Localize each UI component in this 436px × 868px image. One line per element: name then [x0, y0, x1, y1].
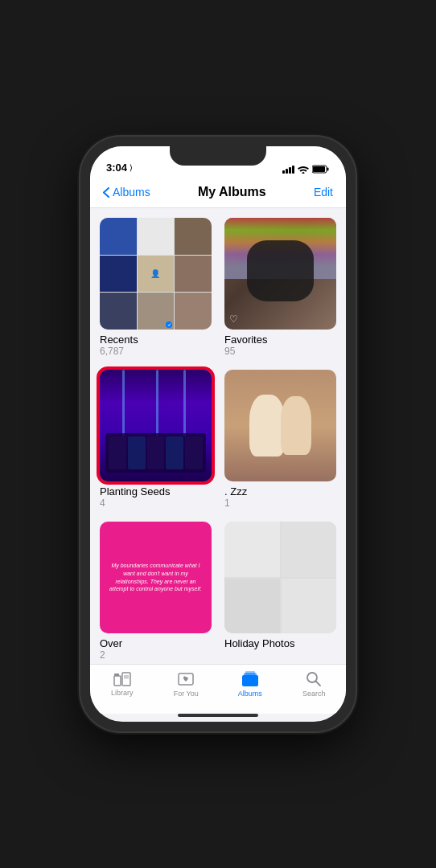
tab-library-label: Library — [111, 689, 134, 697]
svg-rect-2 — [313, 166, 325, 172]
status-icons — [282, 165, 330, 174]
tab-search-label: Search — [302, 690, 326, 698]
home-indicator — [178, 714, 258, 717]
status-time: 3:04 — [106, 162, 127, 174]
album-name-holiday-photos: Holiday Photos — [224, 637, 336, 649]
location-icon: ⟩ — [130, 163, 133, 172]
album-item-over[interactable]: My boundaries communicate what I want an… — [100, 522, 212, 661]
albums-icon — [241, 671, 259, 687]
back-label: Albums — [113, 186, 150, 199]
album-name-recents: Recents — [100, 334, 212, 346]
album-name-planting-seeds: Planting Seeds — [100, 485, 212, 497]
svg-rect-3 — [114, 676, 121, 686]
tab-albums-label: Albums — [238, 690, 262, 698]
phone-screen: 3:04 ⟩ — [90, 146, 346, 722]
album-item-planting-seeds[interactable]: Planting Seeds 4 — [100, 370, 212, 509]
album-item-recents[interactable]: 👤 Recents 6,787 — [100, 218, 212, 357]
for-you-icon — [178, 671, 194, 687]
wifi-icon — [298, 165, 309, 174]
back-chevron-icon — [103, 187, 109, 198]
nav-back-button[interactable]: Albums — [103, 186, 150, 199]
albums-grid: 👤 Recents 6,787 — [100, 218, 336, 661]
svg-line-13 — [316, 682, 321, 686]
tab-library[interactable]: Library — [90, 672, 154, 697]
album-count-over: 2 — [100, 649, 212, 661]
album-count-zzz: 1 — [224, 497, 336, 509]
tab-for-you-label: For You — [174, 690, 199, 698]
album-name-favorites: Favorites — [224, 334, 336, 346]
tab-for-you[interactable]: For You — [154, 671, 219, 698]
edit-button[interactable]: Edit — [314, 186, 333, 199]
album-thumbnail-favorites: ♡ — [224, 218, 336, 330]
library-icon — [113, 672, 131, 686]
album-count-favorites: 95 — [224, 346, 336, 357]
album-count-planting-seeds: 4 — [100, 497, 212, 509]
albums-content: 👤 Recents 6,787 — [90, 208, 346, 664]
album-thumbnail-over: My boundaries communicate what I want an… — [100, 522, 212, 633]
album-item-zzz[interactable]: . Zzz 1 — [224, 370, 336, 509]
page-title: My Albums — [198, 185, 266, 199]
notch — [170, 146, 266, 166]
battery-icon — [312, 165, 330, 174]
album-count-recents: 6,787 — [100, 346, 212, 357]
album-thumbnail-recents: 👤 — [100, 218, 212, 330]
phone-frame: 3:04 ⟩ — [80, 137, 356, 731]
svg-rect-11 — [245, 671, 255, 675]
svg-rect-5 — [122, 673, 130, 686]
album-item-holiday-photos[interactable]: Holiday Photos — [224, 522, 336, 661]
album-thumbnail-holiday — [224, 522, 336, 633]
signal-bars — [282, 166, 294, 174]
search-icon — [306, 671, 322, 687]
nav-header: Albums My Albums Edit — [90, 178, 346, 208]
svg-rect-1 — [327, 168, 329, 171]
tab-search[interactable]: Search — [282, 671, 347, 698]
over-quote-text: My boundaries communicate what I want an… — [106, 562, 205, 593]
album-item-favorites[interactable]: ♡ Favorites 95 — [224, 218, 336, 357]
album-name-over: Over — [100, 637, 212, 649]
album-thumbnail-planting-seeds — [100, 370, 212, 481]
tab-bar: Library For You Albums — [90, 664, 346, 714]
heart-icon: ♡ — [229, 313, 238, 325]
album-thumbnail-zzz — [224, 370, 336, 481]
album-name-zzz: . Zzz — [224, 485, 336, 497]
svg-rect-4 — [114, 674, 119, 676]
tab-albums[interactable]: Albums — [218, 671, 282, 698]
